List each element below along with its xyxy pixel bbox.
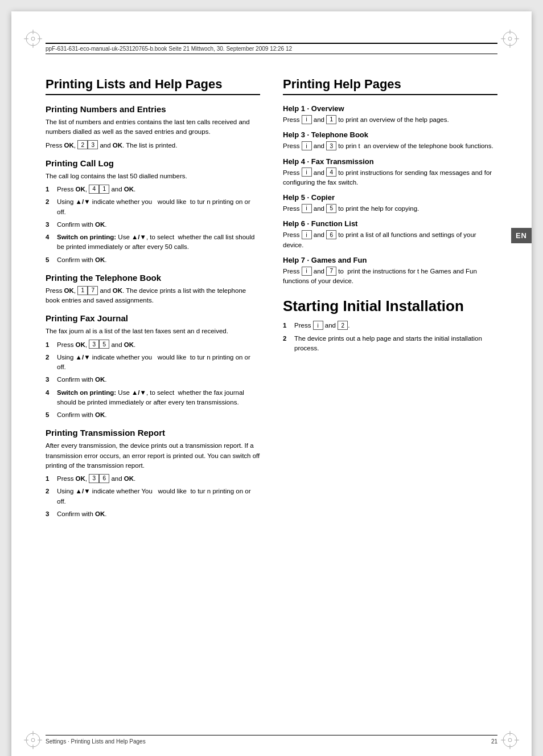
- list-item: 3Confirm with OK.: [46, 509, 260, 519]
- list-item: 2Using ▲/▼ indicate whether you would li…: [46, 197, 260, 217]
- help3-title: Help 3 · Telephone Book: [283, 130, 497, 139]
- list-item: 3Confirm with OK.: [46, 220, 260, 230]
- key-3: 3: [88, 140, 98, 149]
- left-column: Printing Lists and Help Pages Printing N…: [46, 77, 260, 522]
- help3-text: Press i and 3 to prin t an overview of t…: [283, 141, 497, 151]
- content-area: Printing Lists and Help Pages Printing N…: [11, 60, 532, 556]
- key-i3: i: [302, 167, 312, 177]
- list-item: 1Press OK, 35 and OK.: [46, 340, 260, 350]
- key-i1: i: [302, 115, 312, 124]
- section-telephone-book-title: Printing the Telephone Book: [46, 273, 260, 283]
- key-7: 7: [88, 286, 98, 295]
- page: EN ppF-631-631-eco-manual-uk-253120765-b…: [11, 11, 532, 756]
- help7-text: Press i and 7 to print the instructions …: [283, 267, 497, 287]
- section-transmission-report-body: After every transmission, the device pri…: [46, 441, 260, 471]
- key-h6: 6: [326, 230, 336, 239]
- help1-text: Press i and 1 to print an overview of th…: [283, 115, 497, 125]
- svg-point-1: [31, 37, 35, 40]
- help6-text: Press i and 6 to print a list of all fun…: [283, 230, 497, 250]
- reg-mark-bl: [23, 730, 43, 750]
- section-numbers-entries-body: The list of numbers and entries contains…: [46, 117, 260, 137]
- list-item: 5Confirm with OK.: [46, 410, 260, 420]
- help4-text: Press i and 4 to print instructions for …: [283, 168, 497, 188]
- key-i7: i: [313, 321, 323, 330]
- call-log-steps: 1Press OK, 41 and OK. 2Using ▲/▼ indicat…: [46, 185, 260, 265]
- help7-title: Help 7 · Games and Fun: [283, 256, 497, 264]
- footer-left: Settings · Printing Lists and Help Pages: [46, 738, 146, 745]
- key-i2: i: [302, 141, 312, 150]
- initial-install-title: Starting Initial Installation: [283, 297, 497, 315]
- section-fax-journal-body: The fax journ al is a list of the last t…: [46, 326, 260, 336]
- section-telephone-book-body: Press OK, 17 and OK. The device prints a…: [46, 286, 260, 306]
- key-1b: 1: [77, 286, 88, 295]
- help1-title: Help 1 · Overview: [283, 104, 497, 113]
- list-item: 5Confirm with OK.: [46, 255, 260, 265]
- key-6: 6: [99, 474, 109, 483]
- key-i4: i: [302, 204, 312, 213]
- svg-point-19: [508, 738, 512, 742]
- help-pages-title: Printing Help Pages: [283, 77, 497, 95]
- list-item: 4Switch on printing: Use ▲/▼, to select …: [46, 232, 260, 252]
- key-i5: i: [302, 230, 312, 239]
- right-column: Printing Help Pages Help 1 · Overview Pr…: [283, 77, 497, 522]
- key-h1: 1: [326, 115, 336, 124]
- key-h7: 7: [326, 267, 336, 276]
- list-item: 2Using ▲/▼ indicate whether You would li…: [46, 487, 260, 506]
- key-3a: 3: [89, 340, 99, 349]
- help5-text: Press i and 5 to print the help for copy…: [283, 204, 497, 214]
- key-2: 2: [77, 140, 88, 149]
- list-item: 2Using ▲/▼ indicate whether you would li…: [46, 353, 260, 373]
- help5-title: Help 5 · Copier: [283, 193, 497, 202]
- reg-mark-br: [500, 730, 520, 750]
- header-bar: ppF-631-631-eco-manual-uk-253120765-b.bo…: [46, 43, 497, 54]
- list-item: 1Press OK, 41 and OK.: [46, 185, 260, 194]
- key-h5: 5: [326, 204, 336, 213]
- section-transmission-report-title: Printing Transmission Report: [46, 428, 260, 438]
- list-item: 1Press i and 2.: [283, 321, 497, 330]
- list-item: 4Switch on printing: Use ▲/▼, to select …: [46, 388, 260, 408]
- page-footer: Settings · Printing Lists and Help Pages…: [46, 735, 497, 745]
- key-2b: 2: [338, 321, 348, 330]
- footer-right: 21: [491, 738, 497, 745]
- key-1: 1: [99, 185, 109, 194]
- two-column-layout: Printing Lists and Help Pages Printing N…: [46, 77, 497, 522]
- numbers-entries-step: Press OK, 23 and OK. The list is printed…: [46, 141, 260, 150]
- list-item: 1Press OK, 36 and OK.: [46, 474, 260, 484]
- transmission-report-steps: 1Press OK, 36 and OK. 2Using ▲/▼ indicat…: [46, 474, 260, 519]
- section-call-log-body: The call log contains the last 50 dialle…: [46, 171, 260, 181]
- svg-point-7: [508, 37, 512, 40]
- key-h4: 4: [326, 167, 336, 177]
- help6-title: Help 6 · Function List: [283, 219, 497, 228]
- key-4: 4: [89, 185, 99, 194]
- key-i6: i: [302, 267, 312, 276]
- section-fax-journal-title: Printing Fax Journal: [46, 313, 260, 323]
- key-5: 5: [99, 340, 109, 349]
- help4-title: Help 4 · Fax Transmission: [283, 157, 497, 166]
- section-call-log-title: Printing Call Log: [46, 158, 260, 168]
- reg-mark-tr: [500, 28, 520, 49]
- list-item: 3Confirm with OK.: [46, 375, 260, 385]
- initial-install-steps: 1Press i and 2. 2The device prints out a…: [283, 321, 497, 353]
- key-h3: 3: [326, 141, 336, 150]
- header-metadata: ppF-631-631-eco-manual-uk-253120765-b.bo…: [46, 46, 292, 52]
- key-3b: 3: [89, 474, 99, 483]
- section-numbers-entries-title: Printing Numbers and Entries: [46, 104, 260, 114]
- reg-mark-tl: [23, 28, 43, 49]
- main-title: Printing Lists and Help Pages: [46, 77, 260, 95]
- svg-point-13: [31, 738, 35, 742]
- en-tab: EN: [511, 228, 532, 243]
- fax-journal-steps: 1Press OK, 35 and OK. 2Using ▲/▼ indicat…: [46, 340, 260, 420]
- list-item: 2The device prints out a help page and s…: [283, 334, 497, 354]
